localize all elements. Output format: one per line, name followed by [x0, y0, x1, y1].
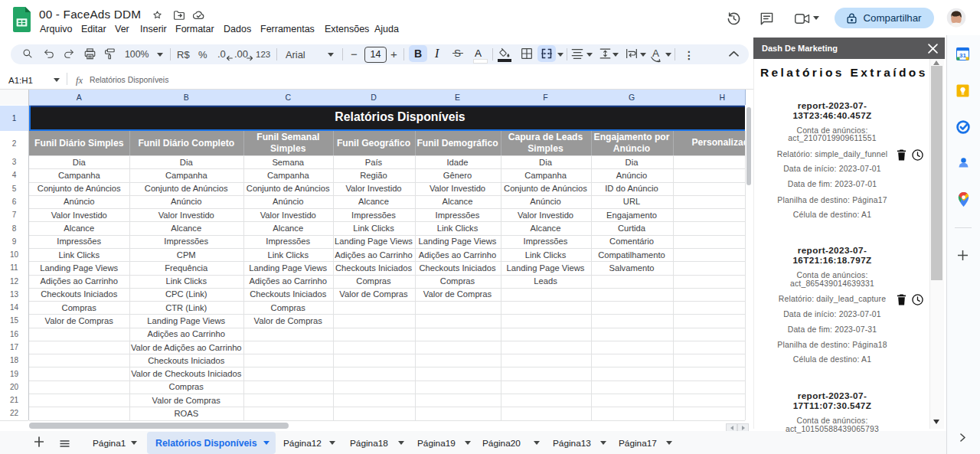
svg-text:31: 31 [959, 52, 966, 59]
